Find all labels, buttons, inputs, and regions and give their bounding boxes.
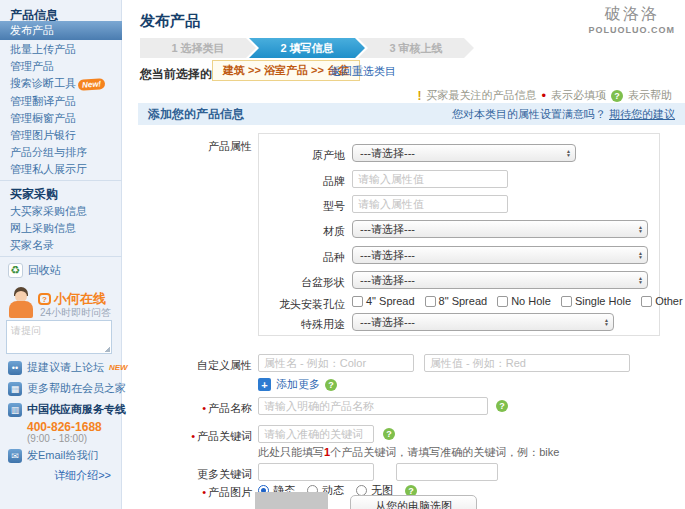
- legend-required-label: 表示必填项: [551, 88, 606, 103]
- sidebar-link-email[interactable]: ✉ 发Email给我们: [8, 448, 99, 463]
- plus-icon: +: [258, 378, 271, 391]
- checkbox-single-hole[interactable]: Single Hole: [561, 295, 631, 307]
- checkbox-icon: [352, 296, 363, 307]
- sidebar: 产品信息 发布产品 批量上传产品 管理产品 搜索诊断工具New! 管理翻译产品 …: [0, 0, 122, 509]
- add-more-button[interactable]: + 添加更多 ?: [258, 377, 337, 392]
- checkbox-label: Single Hole: [575, 295, 631, 307]
- product-name-input[interactable]: [258, 397, 488, 415]
- sidebar-item-big-buyer-info[interactable]: 大买家采购信息: [0, 204, 122, 219]
- product-name-label-text: 产品名称: [208, 402, 252, 414]
- custom-attr-value-input[interactable]: [424, 354, 630, 372]
- sidebar-section-buyer-sourcing: 买家采购: [10, 186, 58, 203]
- origin-select[interactable]: ---请选择--- ▲▼: [352, 144, 576, 162]
- keyword-hint: 此处只能填写1个产品关键词，请填写准确的关键词，例：bike: [258, 445, 559, 460]
- help-icon[interactable]: ?: [325, 379, 337, 391]
- checkbox-icon: [561, 296, 572, 307]
- detail-intro-link[interactable]: 详细介绍>>: [54, 468, 111, 483]
- sidebar-link-forum[interactable]: •• 提建议请上论坛 NEW: [8, 360, 128, 375]
- keyword-label: •产品关键词: [140, 429, 252, 444]
- brand-label: 品牌: [258, 174, 345, 189]
- steps-bar: 1 选择类目 2 填写信息 3 审核上线: [140, 38, 474, 58]
- checkbox-other[interactable]: Other: [641, 295, 683, 307]
- sidebar-item-manage-showcase[interactable]: 管理橱窗产品: [0, 111, 122, 126]
- checkbox-4-spread[interactable]: 4" Spread: [352, 295, 415, 307]
- material-select[interactable]: ---请选择--- ▲▼: [352, 220, 648, 238]
- special-use-select-value: ---请选择---: [360, 315, 415, 330]
- model-input[interactable]: [352, 195, 508, 213]
- sidebar-item-batch-upload[interactable]: 批量上传产品: [0, 42, 122, 57]
- hint-prefix: 此处只能填写: [258, 446, 324, 458]
- attr-group-label: 产品属性: [140, 139, 252, 154]
- basin-shape-select[interactable]: ---请选择--- ▲▼: [352, 271, 648, 289]
- select-stepper-icon: ▲▼: [638, 251, 643, 259]
- sidebar-divider: [0, 256, 122, 257]
- required-star: •: [191, 430, 195, 442]
- feedback-area: 您对本类目的属性设置满意吗？ 期待您的建议: [452, 107, 675, 122]
- sidebar-link-member-help[interactable]: ▦ 更多帮助在会员之家: [8, 381, 126, 396]
- help-icon[interactable]: ?: [496, 400, 508, 412]
- basin-shape-select-value: ---请选择---: [360, 273, 415, 288]
- pick-from-computer-button[interactable]: 从您的电脑选图: [350, 495, 477, 509]
- checkbox-label: 4" Spread: [366, 295, 415, 307]
- brand-input[interactable]: [352, 170, 508, 188]
- helper-subtitle: 24小时即时问答: [40, 306, 111, 320]
- step-select-category: 1 选择类目: [140, 38, 256, 58]
- checkbox-no-hole[interactable]: No Hole: [497, 295, 551, 307]
- checkbox-icon: [641, 296, 652, 307]
- model-label: 型号: [258, 199, 345, 214]
- keyword-input[interactable]: [258, 425, 374, 443]
- checkbox-label: No Hole: [511, 295, 551, 307]
- variety-select[interactable]: ---请选择--- ▲▼: [352, 246, 648, 264]
- faucet-holes-label: 龙头安装孔位: [258, 297, 345, 312]
- checkbox-label: 8" Spread: [439, 295, 488, 307]
- material-select-value: ---请选择---: [360, 222, 415, 237]
- feedback-question: 您对本类目的属性设置满意吗？: [452, 108, 606, 120]
- checkbox-icon: [425, 296, 436, 307]
- feedback-suggestion-link[interactable]: 期待您的建议: [609, 108, 675, 120]
- more-keyword-input-2[interactable]: [396, 463, 498, 481]
- sidebar-item-online-sourcing[interactable]: 网上采购信息: [0, 221, 122, 236]
- required-dot-icon: •: [541, 91, 546, 101]
- watermark: 破洛洛 POLUOLUO.COM: [589, 4, 676, 35]
- sidebar-item-image-bank[interactable]: 管理图片银行: [0, 128, 122, 143]
- recycle-bin-icon: ♻: [8, 263, 23, 278]
- sidebar-item-publish-product[interactable]: 发布产品: [0, 21, 122, 40]
- basin-shape-label: 台盆形状: [258, 275, 345, 290]
- sidebar-divider: [0, 180, 122, 181]
- special-use-select[interactable]: ---请选择--- ▲▼: [352, 313, 614, 331]
- sidebar-item-search-diagnosis[interactable]: 搜索诊断工具New!: [0, 76, 122, 91]
- sidebar-item-manage-translated[interactable]: 管理翻译产品: [0, 94, 122, 109]
- keyword-label-text: 产品关键词: [197, 430, 252, 442]
- member-help-label: 更多帮助在会员之家: [27, 381, 126, 396]
- sidebar-item-recycle-bin[interactable]: ♻ 回收站: [8, 263, 61, 278]
- legend-attention-label: 买家最关注的产品信息: [426, 88, 536, 103]
- sidebar-item-grouping-sort[interactable]: 产品分组与排序: [0, 145, 122, 160]
- select-stepper-icon: ▲▼: [566, 149, 571, 157]
- custom-attr-name-input[interactable]: [258, 354, 414, 372]
- sidebar-item-buyer-directory[interactable]: 买家名录: [0, 238, 122, 253]
- hotline-hours: (9:00 - 18:00): [27, 433, 87, 444]
- new-badge: NEW: [109, 363, 128, 372]
- email-link-label: 发Email给我们: [27, 448, 99, 463]
- textarea-resize-handle[interactable]: [104, 346, 110, 352]
- sidebar-item-private-showroom[interactable]: 管理私人展示厅: [0, 162, 122, 177]
- faucet-holes-options: 4" Spread 8" Spread No Hole Single Hole …: [352, 295, 683, 307]
- hint-suffix: 个产品关键词，请填写准确的关键词，例：bike: [330, 446, 559, 458]
- publish-product-page: 产品信息 发布产品 批量上传产品 管理产品 搜索诊断工具New! 管理翻译产品 …: [0, 0, 685, 509]
- special-use-label: 特殊用途: [258, 317, 345, 332]
- ask-question-input[interactable]: [6, 320, 112, 354]
- watermark-title: 破洛洛: [589, 4, 676, 25]
- reselect-category-link[interactable]: 返回重选类目: [330, 64, 396, 79]
- helper-avatar: [8, 287, 34, 318]
- checkbox-label: Other: [655, 295, 683, 307]
- sidebar-item-manage-products[interactable]: 管理产品: [0, 59, 122, 74]
- product-image-label: •产品图片: [140, 485, 252, 500]
- help-icon: ?: [611, 90, 623, 102]
- help-icon[interactable]: ?: [383, 428, 395, 440]
- required-star: •: [202, 402, 206, 414]
- checkbox-8-spread[interactable]: 8" Spread: [425, 295, 488, 307]
- hotline-number: 400-826-1688: [27, 420, 102, 434]
- new-badge: New!: [78, 78, 106, 91]
- product-name-label: •产品名称: [140, 401, 252, 416]
- more-keyword-input-1[interactable]: [258, 463, 374, 481]
